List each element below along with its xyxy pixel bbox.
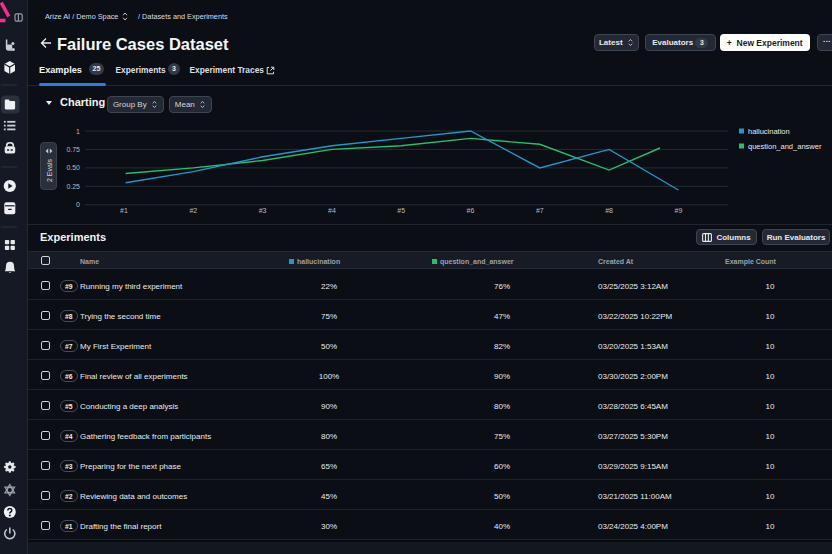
svg-text:0: 0 (76, 201, 80, 208)
svg-text:1: 1 (76, 128, 80, 135)
svg-text:#7: #7 (536, 207, 544, 214)
svg-text:#6: #6 (467, 207, 475, 214)
svg-text:#2: #2 (189, 207, 197, 214)
svg-text:question_and_answer: question_and_answer (748, 142, 822, 151)
svg-text:hallucination: hallucination (748, 127, 790, 136)
svg-text:0.25: 0.25 (66, 183, 80, 190)
svg-text:0.75: 0.75 (66, 146, 80, 153)
svg-text:0.50: 0.50 (66, 164, 80, 171)
svg-text:#3: #3 (259, 207, 267, 214)
svg-text:#8: #8 (605, 207, 613, 214)
svg-text:#9: #9 (675, 207, 683, 214)
svg-text:#1: #1 (120, 207, 128, 214)
svg-text:#4: #4 (328, 207, 336, 214)
svg-text:#5: #5 (397, 207, 405, 214)
